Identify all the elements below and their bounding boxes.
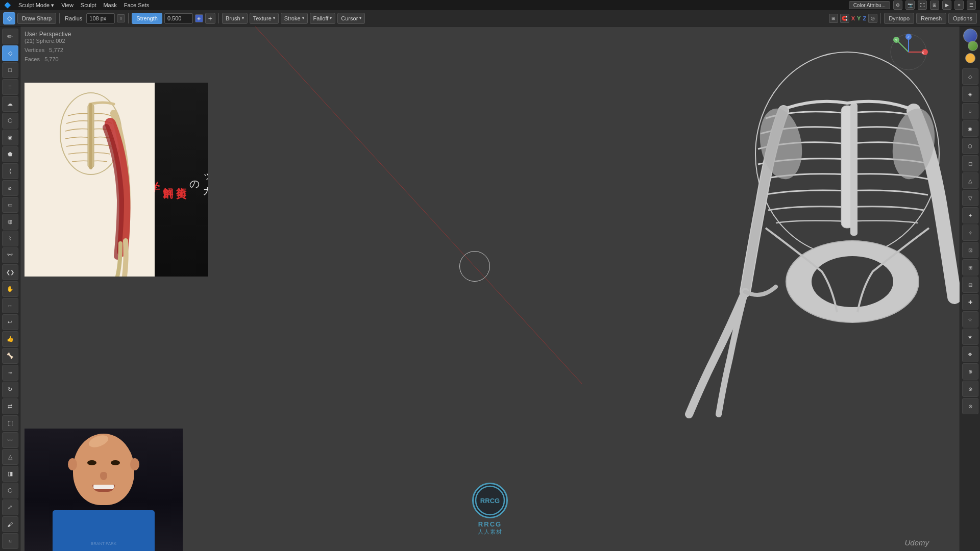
right-brush-20[interactable]: ⊘ [962,398,978,414]
editor-icon[interactable]: ≡ [954,1,964,10]
right-brush-5[interactable]: ⬡ [962,138,978,154]
draw-face-sets-btn[interactable]: ⬡ [2,483,18,498]
color-swatch-accent[interactable] [965,53,975,63]
svg-line-5 [897,41,909,52]
right-brush-19[interactable]: ⊗ [962,381,978,397]
blob-tool-btn[interactable]: ⬟ [2,146,18,162]
watermark-main-text: RRCG [478,520,502,528]
right-brush-15[interactable]: ☆ [962,311,978,328]
color-swatch-primary[interactable] [963,29,977,43]
right-toolbar: ◇ ◈ ○ ◉ ⬡ ◻ △ ▽ ✦ ✧ ⊡ ⊞ ⊟ ✚ ☆ ★ ❖ ⊕ ⊗ ⊘ [960,27,980,551]
crease-tool-btn[interactable]: ⟨ [2,163,18,179]
render-icon[interactable]: ▶ [942,1,951,10]
svg-text:X: X [921,51,924,55]
draw-sharp-tool-btn[interactable]: ◇ [2,45,18,61]
udemy-badge: Udemy [904,538,929,547]
snake-hook-tool-btn[interactable]: ↩ [2,314,18,330]
radius-input[interactable] [86,13,115,23]
right-brush-14[interactable]: ✚ [962,294,978,310]
view-menu[interactable]: View [61,2,74,8]
proportional-edit-icon[interactable]: ◎ [868,14,877,23]
clay-strips-tool-btn[interactable]: ≡ [2,79,18,95]
mask-menu[interactable]: Mask [103,2,116,8]
nudge-tool-btn[interactable]: ⇥ [2,365,18,381]
person-mouth [92,485,115,492]
pinch-tool-btn[interactable]: ❮❯ [2,264,18,280]
cloth-tool-btn[interactable]: 〰 [2,432,18,448]
slide-relax-tool-btn[interactable]: ⇄ [2,398,18,414]
sculpt-menu[interactable]: Sculpt [81,2,96,8]
viewport[interactable]: User Perspective (21) Sphere.002 Vertice… [20,27,960,551]
multires-tool-btn[interactable]: ⤢ [2,499,18,515]
right-brush-7[interactable]: △ [962,172,978,189]
right-brush-12[interactable]: ⊞ [962,259,978,276]
right-brush-3[interactable]: ○ [962,103,978,119]
right-brush-11[interactable]: ⊡ [962,242,978,258]
paint-tool-btn[interactable]: 🖌 [2,516,18,532]
transform-icon[interactable]: ⊞ [829,14,838,23]
color-attribute-btn[interactable]: Color Attribu... [849,1,890,9]
right-brush-6[interactable]: ◻ [962,155,978,171]
right-brush-9[interactable]: ✦ [962,207,978,223]
clay-tool-btn[interactable]: □ [2,62,18,78]
options-btn[interactable]: Options [948,13,977,24]
display-icon[interactable]: ⊞ [930,1,939,10]
svg-rect-13 [850,103,857,236]
dyntopo-btn[interactable]: Dyntopo [884,13,914,24]
settings-icon[interactable]: ⚙ [893,1,902,10]
rotate-tool-btn[interactable]: ↻ [2,382,18,397]
smear-tool-btn[interactable]: ≈ [2,533,18,549]
elastic-tool-btn[interactable]: ↔ [2,298,18,314]
right-brush-1[interactable]: ◇ [962,68,978,85]
right-brush-18[interactable]: ⊕ [962,363,978,380]
stroke-dropdown[interactable]: Stroke ▾ [281,13,308,24]
mask-tool-btn[interactable]: ◨ [2,466,18,482]
grab-tool-btn[interactable]: ✋ [2,281,18,297]
blender-icon[interactable]: 🔷 [4,2,11,9]
preferences-icon[interactable]: ☰ [967,1,976,10]
right-brush-17[interactable]: ❖ [962,346,978,362]
remesh-btn[interactable]: Remesh [916,13,946,24]
right-brush-10[interactable]: ✧ [962,224,978,241]
right-brush-2[interactable]: ◈ [962,86,978,102]
flatten-tool-btn[interactable]: ▭ [2,197,18,213]
svg-text:Z: Z [908,35,910,39]
add-btn[interactable]: + [205,13,215,24]
right-brush-4[interactable]: ◉ [962,120,978,137]
cursor-dropdown[interactable]: Cursor ▾ [337,13,365,24]
strength-icon: ◈ [195,14,203,22]
face-sets-menu[interactable]: Face Sets [124,2,150,8]
svg-point-16 [754,105,807,183]
right-brush-8[interactable]: ▽ [962,190,978,206]
brush-dropdown[interactable]: Brush ▾ [222,13,248,24]
multiplane-tool-btn[interactable]: ⌤ [2,247,18,263]
falloff-dropdown[interactable]: Falloff ▾ [310,13,336,24]
svg-rect-12 [841,106,853,228]
clay-thumb-tool-btn[interactable]: ☁ [2,96,18,112]
texture-dropdown[interactable]: Texture ▾ [250,13,279,24]
strength-input[interactable] [164,13,193,23]
boundary-tool-btn[interactable]: ⬚ [2,415,18,431]
svg-point-11 [755,52,939,256]
fullscreen-icon[interactable]: ⛶ [918,1,927,10]
color-swatch-secondary[interactable] [968,41,978,51]
layer-tool-btn[interactable]: ⬡ [2,113,18,129]
right-brush-16[interactable]: ★ [962,329,978,345]
fill-tool-btn[interactable]: ◍ [2,214,18,230]
snap-icon[interactable]: 🧲 [840,14,849,23]
brush-name-btn[interactable]: Draw Sharp [17,13,56,24]
brush-icon-btn[interactable]: ◇ [3,12,15,24]
camera-icon[interactable]: 📷 [905,1,915,10]
scrape-tool-btn[interactable]: ⌇ [2,231,18,246]
right-brush-13[interactable]: ⊟ [962,277,978,293]
pose-tool-btn[interactable]: 🦴 [2,348,18,364]
inflate-tool-btn[interactable]: ◉ [2,130,18,145]
vertices-label: Vertices [24,47,44,53]
navigation-gizmo[interactable]: X Y Z [888,32,929,72]
sculpt-mode-menu[interactable]: Sculpt Mode ▾ [18,2,54,9]
thumb-tool-btn[interactable]: 👍 [2,331,18,347]
simplify-tool-btn[interactable]: △ [2,449,18,465]
strength-btn[interactable]: Strength [132,13,162,24]
smooth-tool-btn[interactable]: ⌀ [2,180,18,196]
draw-tool-btn[interactable]: ✏ [2,29,18,44]
